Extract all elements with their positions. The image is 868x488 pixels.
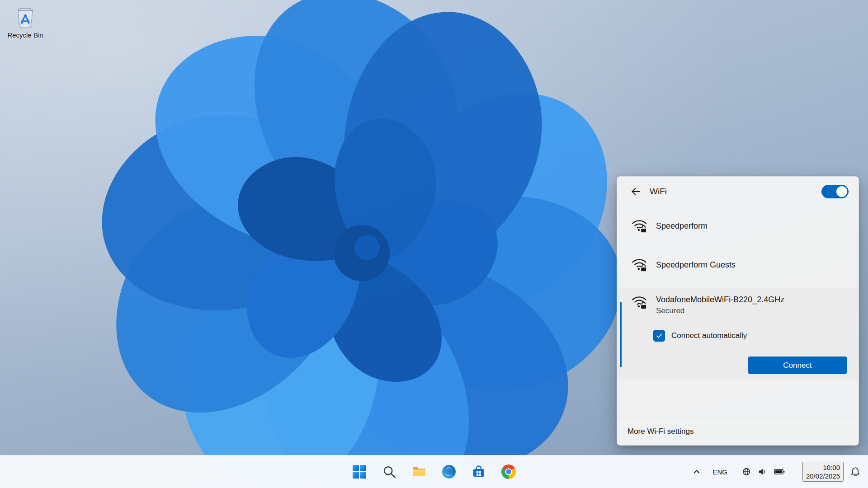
microsoft-store-button[interactable] (469, 462, 489, 482)
taskbar-center-icons (349, 455, 519, 488)
taskbar: ENG (0, 455, 868, 488)
start-button[interactable] (349, 462, 369, 482)
checkbox-checked-icon[interactable] (653, 330, 665, 342)
wifi-flyout-panel: WiFi Speedperform Speedperform Guests Vo… (617, 176, 859, 446)
search-button[interactable] (379, 462, 399, 482)
microsoft-store-icon (472, 465, 486, 479)
wifi-panel-footer: More Wi-Fi settings (617, 417, 859, 445)
clock[interactable]: 10:00 20/02/2025 (802, 462, 844, 482)
search-icon (382, 465, 396, 479)
tray-time: 10:00 (806, 463, 840, 472)
tray-date: 20/02/2025 (806, 472, 840, 480)
network-item-speedperform-guests[interactable]: Speedperform Guests (617, 245, 859, 284)
wifi-secured-icon (632, 219, 647, 233)
more-wifi-settings-link[interactable]: More Wi-Fi settings (627, 427, 693, 436)
recycle-bin-label: Recycle Bin (7, 31, 43, 39)
network-list: Speedperform Speedperform Guests Vodafon… (617, 206, 859, 380)
connect-automatically-row[interactable]: Connect automatically (653, 330, 747, 342)
network-item-vodafone-expanded[interactable]: VodafoneMobileWiFi-B220_2.4GHz Secured C… (617, 288, 859, 380)
file-explorer-button[interactable] (409, 462, 429, 482)
chevron-up-icon (692, 467, 702, 477)
desktop: Recycle Bin WiFi Speedperform Speedperfo… (0, 0, 868, 488)
bell-icon (850, 466, 861, 477)
volume-icon (758, 467, 767, 476)
hidden-icons-button[interactable] (689, 462, 704, 482)
edge-button[interactable] (439, 462, 459, 482)
wifi-secured-icon (632, 296, 647, 309)
battery-icon (774, 467, 785, 476)
connect-button[interactable]: Connect (748, 357, 847, 374)
recycle-bin[interactable]: Recycle Bin (3, 5, 48, 39)
language-indicator[interactable]: ENG (710, 462, 730, 482)
chrome-button[interactable] (499, 462, 519, 482)
taskbar-tray: ENG (689, 455, 863, 488)
wifi-toggle-knob (836, 186, 847, 197)
chrome-icon (501, 465, 516, 479)
wifi-secured-icon (632, 258, 647, 272)
back-arrow-icon (631, 187, 641, 197)
connect-automatically-label: Connect automatically (671, 331, 747, 340)
network-globe-icon (742, 467, 751, 476)
selected-network-status: Secured (656, 305, 784, 316)
wifi-panel-title: WiFi (650, 187, 667, 197)
quick-settings-icons (742, 467, 785, 476)
wifi-toggle[interactable] (821, 185, 849, 198)
network-name: Speedperform Guests (656, 260, 736, 270)
wifi-panel-header: WiFi (617, 177, 859, 206)
checkmark-icon (655, 332, 663, 340)
file-explorer-icon (412, 465, 426, 479)
quick-settings-button[interactable] (735, 462, 793, 482)
selected-network-header: VodafoneMobileWiFi-B220_2.4GHz Secured (617, 288, 859, 316)
recycle-bin-icon (13, 5, 38, 30)
edge-icon (442, 465, 456, 479)
selected-network-name: VodafoneMobileWiFi-B220_2.4GHz (656, 294, 784, 305)
back-button[interactable] (627, 183, 644, 200)
start-icon (352, 465, 367, 479)
network-item-speedperform[interactable]: Speedperform (617, 206, 859, 245)
network-name: Speedperform (656, 221, 708, 231)
selection-indicator (620, 302, 622, 367)
notifications-button[interactable] (847, 462, 863, 482)
